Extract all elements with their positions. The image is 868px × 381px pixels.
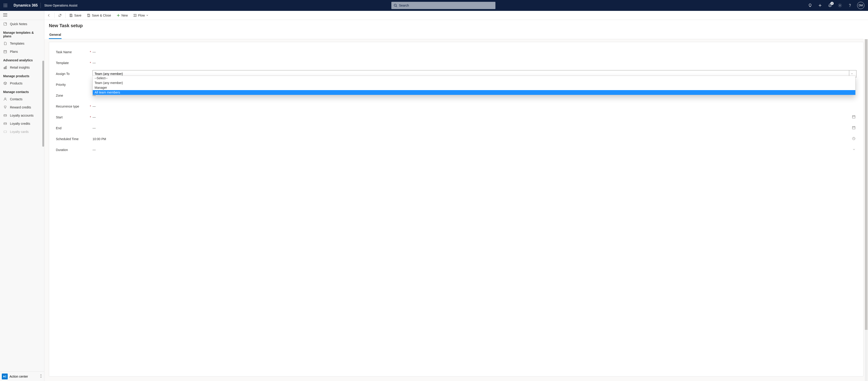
nav-loyalty-accounts[interactable]: Loyalty accounts (0, 111, 44, 120)
brand-label[interactable]: Dynamics 365 (11, 3, 40, 7)
nav-plans[interactable]: Plans (0, 48, 44, 56)
row-scheduled-time[interactable]: Scheduled Time 10:00 PM (56, 134, 857, 144)
save-button[interactable]: Save (66, 11, 84, 20)
app-launcher-icon[interactable] (0, 4, 11, 7)
nav-loyalty-credits[interactable]: Loyalty credits (0, 120, 44, 128)
app-name-label[interactable]: Store Operations Assist (41, 4, 81, 7)
nav-retail-insights[interactable]: Retail insights (0, 63, 44, 71)
nav-templates[interactable]: Templates (0, 39, 44, 48)
svg-line-10 (396, 6, 397, 7)
help-icon[interactable] (845, 0, 855, 11)
label-task-name: Task Name (56, 50, 90, 54)
main-scrollbar-thumb[interactable] (865, 39, 868, 330)
row-duration[interactable]: Duration --- (56, 144, 857, 155)
nav-loyalty-cards[interactable]: Loyalty cards (0, 128, 44, 136)
svg-rect-20 (4, 51, 6, 53)
value-task-name[interactable]: --- (93, 49, 857, 55)
label-scheduled-time: Scheduled Time (56, 137, 90, 141)
command-bar: Save Save & Close New Flow (44, 11, 868, 20)
value-recurrence[interactable]: --- (93, 104, 857, 109)
label-priority: Priority (56, 83, 90, 86)
card-icon (3, 130, 7, 134)
row-recurrence[interactable]: Recurrence type * --- (56, 101, 857, 112)
sidebar-footer[interactable]: AC Action center (0, 372, 44, 381)
label-start: Start (56, 115, 90, 119)
note-icon (3, 22, 7, 26)
nav-label: Retail insights (10, 66, 30, 69)
nav-group-products: Manage products (0, 71, 44, 79)
row-template[interactable]: Template * --- (56, 58, 857, 68)
label-zone: Zone (56, 94, 90, 97)
nav-group-analytics: Advanced analytics (0, 56, 44, 63)
tab-general[interactable]: General (49, 31, 62, 39)
required-marker: * (90, 50, 93, 54)
search-box[interactable] (391, 2, 495, 9)
plan-icon (3, 50, 7, 53)
sidebar-scrollbar[interactable] (42, 61, 44, 147)
user-avatar[interactable]: DM (857, 2, 864, 9)
svg-rect-22 (4, 67, 4, 69)
row-task-name[interactable]: Task Name * --- (56, 47, 857, 58)
nav-label: Templates (10, 42, 25, 45)
nav-products[interactable]: Products (0, 79, 44, 87)
value-scheduled-time[interactable]: 10:00 PM (93, 136, 852, 142)
main-content: Save Save & Close New Flow New Task setu… (44, 11, 868, 381)
nav-label: Plans (10, 50, 18, 53)
value-template[interactable]: --- (93, 60, 857, 66)
nav-label: Loyalty credits (10, 122, 30, 125)
label-recurrence: Recurrence type (56, 105, 90, 108)
nav-reward-credits[interactable]: Reward credits (0, 103, 44, 111)
option-all-members[interactable]: All team members (93, 90, 855, 95)
nav-label: Products (10, 82, 22, 85)
svg-point-15 (850, 6, 850, 7)
label-template: Template (56, 61, 90, 65)
row-start[interactable]: Start * --- (56, 112, 857, 123)
page-title: New Task setup (49, 23, 864, 28)
flow-icon (133, 13, 137, 17)
save-icon (69, 13, 73, 17)
card-icon (3, 114, 7, 117)
nav-contacts[interactable]: Contacts (0, 95, 44, 103)
save-close-button[interactable]: Save & Close (84, 11, 114, 20)
calendar-icon[interactable] (852, 126, 857, 130)
template-icon (3, 42, 7, 45)
nav-label: Reward credits (10, 106, 31, 109)
nav-quick-notes[interactable]: Quick Notes (0, 20, 44, 28)
chevron-down-icon[interactable] (852, 148, 857, 152)
settings-icon[interactable] (835, 0, 844, 11)
assign-to-dropdown: --Select-- Team (any member) Manager All… (93, 76, 856, 95)
nav-group-contacts: Manage contacts (0, 87, 44, 95)
flow-button[interactable]: Flow (130, 11, 151, 20)
notifications-icon[interactable]: 2 (826, 0, 835, 11)
add-icon[interactable] (815, 0, 825, 11)
svg-point-0 (4, 4, 4, 4)
value-end[interactable]: --- (93, 125, 852, 131)
search-input[interactable] (399, 4, 493, 7)
calendar-icon[interactable] (852, 115, 857, 120)
option-team-any[interactable]: Team (any member) (93, 81, 855, 85)
new-button[interactable]: New (114, 11, 130, 20)
option-select[interactable]: --Select-- (93, 76, 855, 81)
sidebar: Quick Notes Manage templates & plans Tem… (0, 11, 44, 381)
svg-point-8 (6, 6, 7, 7)
row-end[interactable]: End --- (56, 123, 857, 134)
option-manager[interactable]: Manager (93, 85, 855, 90)
nav-label: Contacts (10, 97, 22, 101)
value-start[interactable]: --- (93, 115, 852, 120)
action-center-label: Action center (9, 375, 38, 378)
svg-rect-26 (4, 115, 6, 116)
notification-badge: 2 (831, 2, 834, 5)
value-duration[interactable]: --- (93, 147, 852, 153)
lightbulb-icon[interactable] (806, 0, 815, 11)
svg-point-7 (5, 6, 6, 7)
popout-button[interactable] (55, 11, 64, 20)
back-button[interactable] (44, 11, 53, 20)
clock-icon[interactable] (852, 137, 857, 141)
svg-point-9 (394, 4, 396, 6)
form-card: Task Name * --- Template * --- Assign To… (49, 42, 864, 377)
top-bar: Dynamics 365 Store Operations Assist 2 D… (0, 0, 868, 11)
updown-icon[interactable] (39, 374, 42, 379)
action-center-badge: AC (2, 374, 8, 379)
hamburger-icon[interactable] (3, 13, 7, 18)
main-scrollbar-track[interactable] (865, 39, 868, 381)
